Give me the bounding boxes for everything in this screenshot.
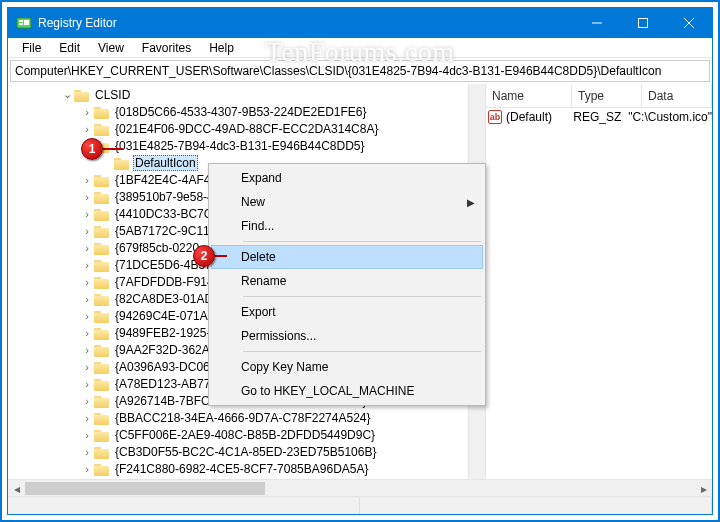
folder-icon: [94, 292, 110, 306]
folder-icon: [94, 343, 110, 357]
ctx-delete[interactable]: Delete: [211, 245, 483, 269]
window-title: Registry Editor: [38, 16, 574, 30]
expand-icon[interactable]: ›: [80, 106, 94, 118]
tree-label: {A0396A93-DC06-: [113, 360, 216, 374]
expand-icon[interactable]: ›: [80, 463, 94, 475]
list-pane[interactable]: Name Type Data ab (Default) REG_SZ "C:\C…: [486, 84, 712, 479]
ctx-expand[interactable]: Expand: [211, 166, 483, 190]
ctx-find[interactable]: Find...: [211, 214, 483, 238]
menu-edit[interactable]: Edit: [51, 39, 88, 57]
expand-icon[interactable]: ›: [80, 361, 94, 373]
tree-label: {021E4F06-9DCC-49AD-88CF-ECC2DA314C8A}: [113, 122, 380, 136]
tree-item[interactable]: ›{018D5C66-4533-4307-9B53-224DE2ED1FE6}: [12, 103, 485, 120]
expand-icon[interactable]: ›: [80, 174, 94, 186]
menu-view[interactable]: View: [90, 39, 132, 57]
expand-icon[interactable]: ›: [80, 293, 94, 305]
tree-label: {9489FEB2-1925-4: [113, 326, 219, 340]
annotation-line-1: [103, 148, 123, 150]
menubar: File Edit View Favorites Help: [8, 38, 712, 58]
expand-icon[interactable]: ›: [80, 395, 94, 407]
tree-label: {C5FF006E-2AE9-408C-B85B-2DFDD5449D9C}: [113, 428, 377, 442]
tree-label-selected: DefaultIcon: [133, 155, 198, 171]
folder-icon: [94, 224, 110, 238]
registry-editor-window: Registry Editor File Edit View Favorites…: [7, 7, 713, 515]
tree-label: {018D5C66-4533-4307-9B53-224DE2ED1FE6}: [113, 105, 369, 119]
folder-icon: [94, 105, 110, 119]
ctx-rename[interactable]: Rename: [211, 269, 483, 293]
menu-help[interactable]: Help: [201, 39, 242, 57]
tree-item[interactable]: ›{CB3D0F55-BC2C-4C1A-85ED-23ED75B5106B}: [12, 443, 485, 460]
close-button[interactable]: [666, 8, 712, 38]
expand-icon[interactable]: ›: [80, 429, 94, 441]
expand-icon[interactable]: ›: [80, 208, 94, 220]
expand-icon[interactable]: ›: [80, 446, 94, 458]
tree-label: {1BF42E4C-4AF4-4: [113, 173, 223, 187]
tree-item[interactable]: ›{BBACC218-34EA-4666-9D7A-C78F2274A524}: [12, 409, 485, 426]
expand-icon[interactable]: ›: [80, 242, 94, 254]
address-input[interactable]: [11, 64, 709, 78]
tree-label: CLSID: [93, 88, 132, 102]
col-type[interactable]: Type: [572, 84, 642, 107]
folder-icon: [94, 326, 110, 340]
expand-icon[interactable]: ›: [80, 276, 94, 288]
collapse-icon[interactable]: ⌄: [60, 88, 74, 101]
list-header: Name Type Data: [486, 84, 712, 108]
minimize-button[interactable]: [574, 8, 620, 38]
scroll-thumb[interactable]: [25, 482, 265, 495]
ctx-separator: [243, 351, 481, 352]
scrollbar-h[interactable]: ◂ ▸: [8, 479, 712, 496]
folder-icon: [94, 360, 110, 374]
folder-icon: [94, 122, 110, 136]
tree-label: {5AB7172C-9C11-: [113, 224, 216, 238]
value-data: "C:\Custom.ico": [628, 110, 712, 124]
ctx-copy-key-name[interactable]: Copy Key Name: [211, 355, 483, 379]
maximize-button[interactable]: [620, 8, 666, 38]
svg-rect-3: [24, 20, 29, 25]
screenshot-frame: Registry Editor File Edit View Favorites…: [0, 0, 720, 522]
tree-item-clsid[interactable]: ⌄ CLSID: [12, 86, 485, 103]
menu-favorites[interactable]: Favorites: [134, 39, 199, 57]
string-value-icon: ab: [488, 110, 502, 124]
tree-label: {94269C4E-071A-4: [113, 309, 220, 323]
tree-item[interactable]: ›{021E4F06-9DCC-49AD-88CF-ECC2DA314C8A}: [12, 120, 485, 137]
value-type: REG_SZ: [573, 110, 628, 124]
ctx-permissions[interactable]: Permissions...: [211, 324, 483, 348]
menu-file[interactable]: File: [14, 39, 49, 57]
submenu-arrow-icon: ▶: [467, 197, 475, 208]
expand-icon[interactable]: ›: [80, 191, 94, 203]
expand-icon[interactable]: ›: [80, 327, 94, 339]
value-name: (Default): [506, 110, 573, 124]
tree-label: {82CA8DE3-01AD: [113, 292, 215, 306]
scroll-left-icon[interactable]: ◂: [8, 480, 25, 497]
expand-icon[interactable]: ›: [80, 378, 94, 390]
svg-rect-1: [19, 20, 23, 22]
expand-icon[interactable]: ›: [80, 123, 94, 135]
folder-icon: [94, 377, 110, 391]
folder-icon: [94, 394, 110, 408]
col-data[interactable]: Data: [642, 84, 712, 107]
folder-icon: [94, 309, 110, 323]
expand-icon[interactable]: ›: [80, 310, 94, 322]
ctx-go-to-hkey-local-machine[interactable]: Go to HKEY_LOCAL_MACHINE: [211, 379, 483, 403]
scroll-right-icon[interactable]: ▸: [695, 480, 712, 497]
ctx-separator: [243, 296, 481, 297]
ctx-export[interactable]: Export: [211, 300, 483, 324]
tree-item[interactable]: ›{C5FF006E-2AE9-408C-B85B-2DFDD5449D9C}: [12, 426, 485, 443]
expand-icon[interactable]: ›: [80, 412, 94, 424]
statusbar: [8, 496, 712, 514]
ctx-new[interactable]: New▶: [211, 190, 483, 214]
folder-icon: [94, 411, 110, 425]
folder-icon: [114, 156, 130, 170]
tree-label: {031E4825-7B94-4dc3-B131-E946B44C8DD5}: [113, 139, 367, 153]
svg-rect-5: [639, 19, 648, 28]
expand-icon[interactable]: ›: [80, 344, 94, 356]
tree-label: {BBACC218-34EA-4666-9D7A-C78F2274A524}: [113, 411, 373, 425]
annotation-dot-1: 1: [81, 138, 103, 160]
tree-item[interactable]: ›{F241C880-6982-4CE5-8CF7-7085BA96DA5A}: [12, 460, 485, 477]
expand-icon[interactable]: ›: [80, 225, 94, 237]
list-row[interactable]: ab (Default) REG_SZ "C:\Custom.ico": [486, 108, 712, 126]
expand-icon[interactable]: ›: [80, 259, 94, 271]
folder-icon: [94, 207, 110, 221]
col-name[interactable]: Name: [486, 84, 572, 107]
folder-icon: [94, 445, 110, 459]
